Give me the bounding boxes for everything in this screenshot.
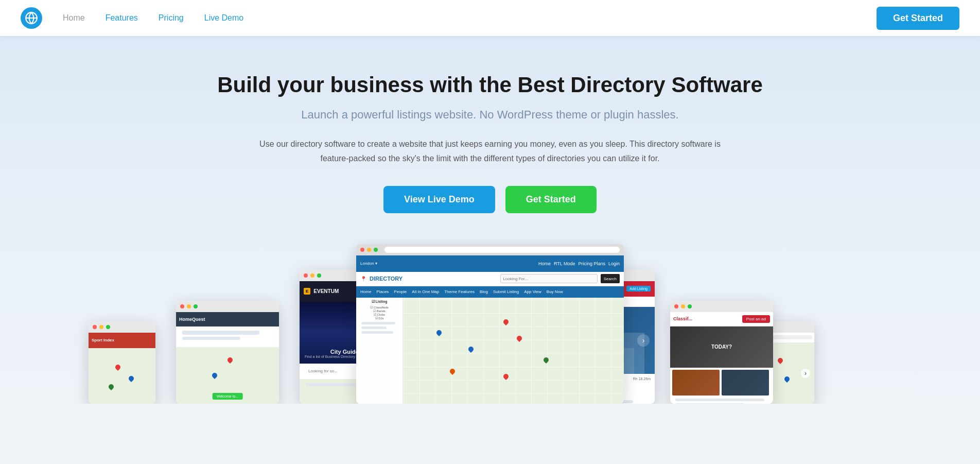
screenshots-area: Sport Index HomeQuest (21, 239, 959, 404)
site-logo[interactable] (21, 7, 42, 29)
screenshot-left2: HomeQuest Welcome to... (176, 301, 279, 404)
nav-link-features[interactable]: Features (106, 13, 138, 23)
hero-subtitle: Launch a powerful listings website. No W… (21, 108, 959, 122)
screenshot-right2: Classif... Post an ad TODAY? (670, 301, 773, 404)
nav-link-pricing[interactable]: Pricing (159, 13, 184, 23)
screenshot-far-left: Sport Index (89, 321, 155, 404)
nav-get-started-button[interactable]: Get Started (877, 7, 959, 30)
hero-description: Use our directory software to create a w… (258, 137, 722, 165)
hero-title: Build your business with the Best Direct… (21, 72, 959, 98)
nav-links: Home Features Pricing Live Demo (63, 13, 877, 23)
navbar: Home Features Pricing Live Demo Get Star… (0, 0, 980, 36)
view-live-demo-button[interactable]: View Live Demo (383, 186, 495, 213)
hero-section: Build your business with the Best Direct… (0, 36, 980, 464)
hero-buttons: View Live Demo Get Started (21, 186, 959, 213)
screenshot-center: London ▾ Home RTL Mode Pricing Plans Log… (356, 244, 624, 404)
hero-get-started-button[interactable]: Get Started (505, 186, 597, 213)
nav-link-live-demo[interactable]: Live Demo (204, 13, 243, 23)
nav-link-home[interactable]: Home (63, 13, 85, 23)
